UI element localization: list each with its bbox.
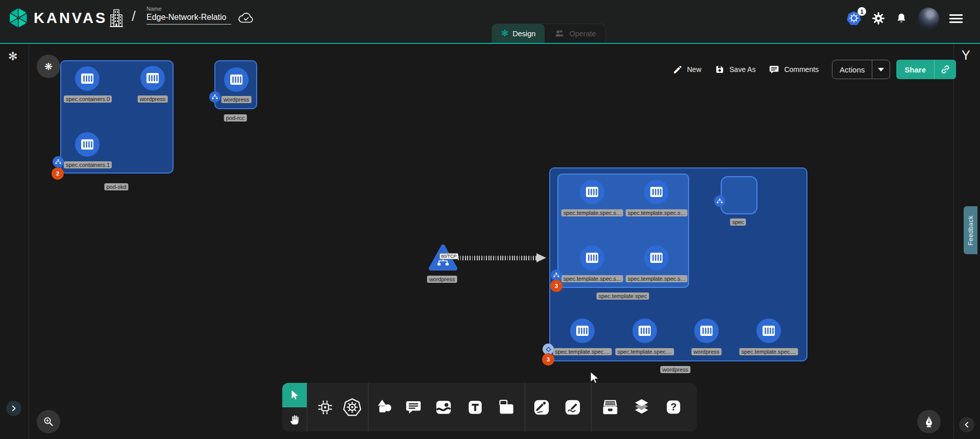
design-name-input[interactable]: Edge-Network-Relatio bbox=[146, 13, 231, 25]
pan-tool-button[interactable] bbox=[282, 407, 307, 431]
issue-count-badge[interactable]: 3 bbox=[542, 353, 554, 365]
comments-button[interactable]: Comments bbox=[769, 64, 819, 75]
share-split-button: Share bbox=[896, 60, 956, 79]
pen-nib-icon bbox=[923, 416, 935, 428]
container-node[interactable] bbox=[570, 319, 595, 343]
node-label: spec.template.spec.s... bbox=[561, 209, 623, 216]
chevron-left-icon bbox=[962, 420, 971, 429]
archive-button[interactable] bbox=[596, 383, 624, 431]
select-tool-button[interactable] bbox=[282, 383, 307, 407]
relationship-badge[interactable] bbox=[209, 91, 220, 103]
relationship-badge[interactable] bbox=[714, 196, 725, 207]
container-icon bbox=[81, 139, 94, 150]
pod-rcc-group[interactable]: wordpress pod-rcc bbox=[214, 60, 257, 109]
image-icon bbox=[435, 399, 452, 416]
container-icon bbox=[638, 325, 651, 336]
save-as-button[interactable]: Save As bbox=[715, 64, 755, 75]
copy-link-button[interactable] bbox=[934, 60, 956, 79]
pod-skd-group[interactable]: spec.containers.0 wordpress spec.contain… bbox=[60, 60, 174, 174]
kanvas-logo-icon bbox=[7, 7, 30, 29]
actions-split-button: Actions bbox=[832, 60, 890, 79]
expand-right-panel-button[interactable] bbox=[959, 417, 974, 432]
validation-y-icon[interactable]: Y bbox=[962, 48, 970, 63]
pen-icon bbox=[533, 399, 550, 416]
container-node[interactable] bbox=[75, 132, 100, 157]
kubernetes-components-button[interactable] bbox=[338, 383, 366, 431]
pen-tool-button[interactable] bbox=[527, 383, 556, 431]
actions-dropdown-toggle[interactable] bbox=[872, 60, 890, 79]
kubernetes-count-badge: 1 bbox=[857, 7, 866, 16]
text-icon bbox=[467, 399, 483, 416]
tab-operate-label: Operate bbox=[569, 30, 596, 38]
node-label: spec.template.spec.s... bbox=[561, 275, 623, 282]
shapes-tool-button[interactable] bbox=[370, 383, 399, 431]
settings-gear-icon[interactable] bbox=[872, 12, 885, 25]
spec-node[interactable] bbox=[721, 176, 757, 214]
relationship-badge[interactable] bbox=[551, 270, 562, 281]
container-node[interactable] bbox=[632, 319, 657, 343]
container-node[interactable] bbox=[756, 319, 781, 343]
help-button[interactable] bbox=[659, 383, 688, 431]
text-tool-button[interactable] bbox=[461, 383, 489, 431]
image-tool-button[interactable] bbox=[429, 383, 458, 431]
cursor-icon bbox=[289, 389, 300, 401]
network-edge[interactable] bbox=[458, 256, 537, 260]
container-node[interactable] bbox=[140, 66, 165, 90]
breadcrumb-slash: / bbox=[132, 8, 136, 25]
save-as-label: Save As bbox=[729, 65, 755, 74]
new-label: New bbox=[687, 65, 701, 74]
container-icon bbox=[700, 325, 713, 336]
sitemap-icon bbox=[553, 273, 559, 278]
issue-count-badge[interactable]: 3 bbox=[550, 280, 562, 292]
dock-divider bbox=[525, 383, 525, 431]
container-icon bbox=[146, 72, 159, 84]
kanvas-logo[interactable]: KANVAS bbox=[7, 7, 107, 29]
component-explorer-button[interactable] bbox=[311, 383, 339, 431]
container-node[interactable] bbox=[644, 246, 669, 270]
share-button[interactable]: Share bbox=[896, 60, 934, 79]
actions-button[interactable]: Actions bbox=[832, 60, 872, 79]
node-label: wordpress bbox=[427, 276, 457, 283]
container-node[interactable] bbox=[224, 67, 249, 92]
freehand-draw-button[interactable] bbox=[558, 383, 587, 431]
sticky-note-tool-button[interactable] bbox=[492, 383, 521, 431]
notifications-bell-icon[interactable] bbox=[895, 12, 908, 25]
tab-design[interactable]: ✻ Design bbox=[492, 24, 545, 43]
group-actions-button[interactable]: ❋ bbox=[37, 55, 60, 78]
user-avatar[interactable] bbox=[918, 8, 939, 29]
accent-divider bbox=[0, 43, 980, 44]
container-node[interactable] bbox=[644, 180, 669, 204]
container-icon bbox=[81, 73, 94, 84]
node-label: spec.template.spec.... bbox=[616, 348, 674, 355]
kubernetes-context-button[interactable]: 1 bbox=[846, 11, 862, 26]
sticky-note-icon bbox=[498, 399, 515, 416]
link-icon bbox=[940, 64, 950, 75]
organization-icon[interactable] bbox=[109, 9, 124, 28]
hamburger-menu-icon[interactable] bbox=[949, 14, 963, 23]
container-node[interactable] bbox=[580, 246, 604, 270]
container-node[interactable] bbox=[694, 319, 719, 343]
circuit-icon bbox=[316, 399, 334, 416]
tab-operate[interactable]: Operate bbox=[545, 24, 605, 43]
deployment-group[interactable]: spec.template.spec.s... spec.template.sp… bbox=[549, 167, 807, 361]
zoom-in-button[interactable] bbox=[37, 410, 60, 433]
meshery-spiral-icon[interactable]: ✻ bbox=[8, 50, 17, 63]
expand-left-panel-button[interactable] bbox=[6, 401, 21, 416]
comment-tool-button[interactable] bbox=[399, 383, 428, 431]
pod-template-group[interactable]: spec.template.spec.s... spec.template.sp… bbox=[557, 174, 689, 288]
canvas-toolbar-dock bbox=[282, 383, 697, 431]
comment-icon bbox=[769, 64, 779, 75]
dock-divider bbox=[591, 383, 592, 431]
container-node[interactable] bbox=[75, 66, 100, 91]
tab-design-label: Design bbox=[512, 30, 535, 38]
relationship-badge[interactable] bbox=[53, 156, 64, 167]
container-node[interactable] bbox=[580, 180, 604, 204]
layers-button[interactable] bbox=[627, 383, 656, 431]
new-button[interactable]: New bbox=[673, 65, 701, 75]
pen-mode-button[interactable] bbox=[917, 410, 941, 433]
feedback-tab[interactable]: Feedback bbox=[964, 206, 977, 254]
operate-people-icon bbox=[554, 28, 565, 39]
node-label: spec.containers.0 bbox=[64, 95, 112, 103]
issue-count-badge[interactable]: 2 bbox=[52, 167, 64, 180]
design-action-bar: New Save As Comments Actions Share bbox=[673, 59, 956, 80]
